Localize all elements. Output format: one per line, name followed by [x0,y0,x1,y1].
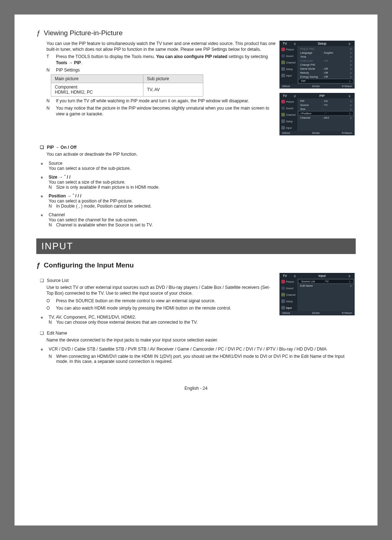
osd-setup: TV Setup Picture Sound Channel Setup Inp… [279,41,355,89]
devices-note-line: N You can choose only those external dev… [49,320,276,325]
position-note-line: N In Double ( , ) mode, Position cannot … [49,204,356,209]
pip-section-title: ƒViewing Picture-in-Picture [36,29,356,37]
source-o2: O You can also watch HDMI mode simply by… [46,305,276,311]
channel-note-line: N Channel is available when the Source i… [49,222,356,228]
source-o1-body: Press the SOURCE button on the remote co… [56,298,276,304]
osd-foot-enter: EEnter [312,132,320,134]
osd-row: Game Mode: Off▷ [297,67,354,71]
mark-N: N [49,204,52,209]
mark-O: O [46,305,52,311]
osd-side-setup: Setup [280,118,297,124]
osd-side-sound: Sound [280,105,297,111]
note-tools: T Press the TOOLS button to display the … [46,54,276,65]
osd-body: Picture Sound Channel Setup Input Plug &… [280,46,354,84]
square-icon: ■ [41,212,45,228]
mark-N: N [46,98,52,104]
osd-main: Source List: TV▷ Edit Name▷ [297,278,354,311]
osd-sidebar: Picture Sound Channel Setup Input [280,278,297,311]
mark-O: O [46,298,52,304]
size-desc: You can select a size of the sub-picture… [49,180,356,185]
picture-icon [281,280,285,283]
osd-side-channel: Channel [280,111,297,118]
position-item: ■ Position → ˆ / / / You can select a po… [41,193,356,209]
input-banner: Input [36,238,356,254]
source-o1: O Press the SOURCE button on the remote … [46,298,276,304]
mark-N: N [49,320,52,325]
pip-right-column: TV Setup Picture Sound Channel Setup Inp… [279,41,356,140]
mark-N: N [46,67,52,73]
osd-side-sound: Sound [280,285,297,291]
note-unnatural-body: You may notice that the picture in the P… [56,105,276,117]
osd-footer: UMove EEnter R Return [280,131,354,135]
osd-side-setup: Setup [280,66,297,72]
osd-foot-return: R Return [342,85,352,87]
osd-footer: UMove EEnter R Return [280,84,354,88]
osd-row: Change PIN▷ [297,63,354,67]
position-head: Position → ˆ / / / [49,193,356,199]
osd-row-selected: Source List: TV▷ [298,279,354,284]
square-icon: ■ [41,161,45,171]
pip-left-column: You can use the PIP feature to simultane… [36,41,276,140]
input-icon [281,306,285,310]
pip-onoff-desc: You can activate or deactivate the PIP f… [46,151,356,157]
osd-row: Plug & Play▷ [297,47,354,51]
osd-foot-return: R Return [342,132,352,134]
td-main: ComponentHDMI1, HDMI2, PC [51,83,143,96]
input-left: ❏Source List Use to select TV or other e… [36,273,276,326]
osd-tv-label: TV [280,93,290,98]
th-main: Main picture [51,74,143,83]
square-icon: ■ [41,315,45,325]
setup-icon [281,67,285,71]
source-head: Source [49,161,356,166]
th-sub: Sub picture [143,74,203,83]
osd-row: PIP: On▷ [297,99,354,103]
sound-icon [281,106,285,110]
manual-page: ƒViewing Picture-in-Picture You can use … [15,15,377,525]
size-head: Size → ˆ / / [49,175,356,180]
picture-icon [281,48,285,51]
osd-main: Plug & Play▷ Language: English▷ Time▷ Ch… [297,46,354,84]
osd-row: Size:▷ [297,107,354,111]
devices-text: TV, AV, Component, PC, HDMI1/DVI, HDMI2. [49,315,276,320]
osd-side-input: Input [280,304,297,311]
mark-T: T [46,54,52,65]
florin-icon: ƒ [36,261,40,269]
page-footer: English - 24 [36,386,356,391]
osd-side-picture: Picture [280,46,297,53]
devices-item: ■ TV, AV, Component, PC, HDMI1/DVI, HDMI… [41,315,276,325]
mark-N: N [49,222,52,228]
pip-onoff-heading: ❏PIP → On / Off [40,145,356,150]
mark-N: N [46,105,52,117]
osd-tv-label: TV [280,41,290,46]
edit-devices-item: ■ VCR / DVD / Cable STB / Satellite STB … [41,347,356,364]
square-icon: ■ [41,175,45,190]
pip-settings-table: Main picture Sub picture ComponentHDMI1,… [51,74,203,97]
position-note: In Double ( , ) mode, Position cannot be… [56,204,152,209]
size-note-line: N Size is only available if main picture… [49,185,356,190]
osd-row-selected: PIP▷ [298,79,354,83]
osd-row: Language: English▷ [297,51,354,55]
osd-main: PIP: On▷ Source: TV▷ Size:▷ ◁Position: ˆ… [297,98,354,131]
osd-row: Energy Saving: Off▷ [297,75,354,79]
td-sub: TV, AV [143,83,203,96]
source-o2-body: You can also watch HDMI mode simply by p… [56,305,276,311]
osd-foot-return: R Return [342,312,352,314]
mark-N: N [49,185,52,190]
note-unnatural: N You may notice that the picture in the… [46,105,276,117]
osd-side-input: Input [280,72,297,79]
source-list-heading: ❏Source List [40,278,276,283]
source-list-desc: Use to select TV or other external input… [46,285,276,296]
osd-pip: TV PIP Picture Sound Channel Setup Input… [279,93,355,135]
osd-foot-enter: EEnter [312,85,320,87]
config-input-title: ƒConfiguring the Input Menu [36,261,356,269]
edit-name-heading: ❏Edit Name [40,331,356,336]
channel-head: Channel [49,212,356,217]
osd-pip-header: TV PIP [280,93,354,98]
osd-row-selected: ◁Position: ˆ▷ [298,111,354,116]
note-tv-off: N If you turn the TV off while watching … [46,98,276,104]
osd-title: PIP [290,93,354,98]
square-icon: ■ [41,347,45,364]
edit-name-desc: Name the device connected to the input j… [46,337,356,343]
osd-foot-move: UMove [282,312,290,314]
osd-row: Child Lock: Off▷ [297,59,354,63]
